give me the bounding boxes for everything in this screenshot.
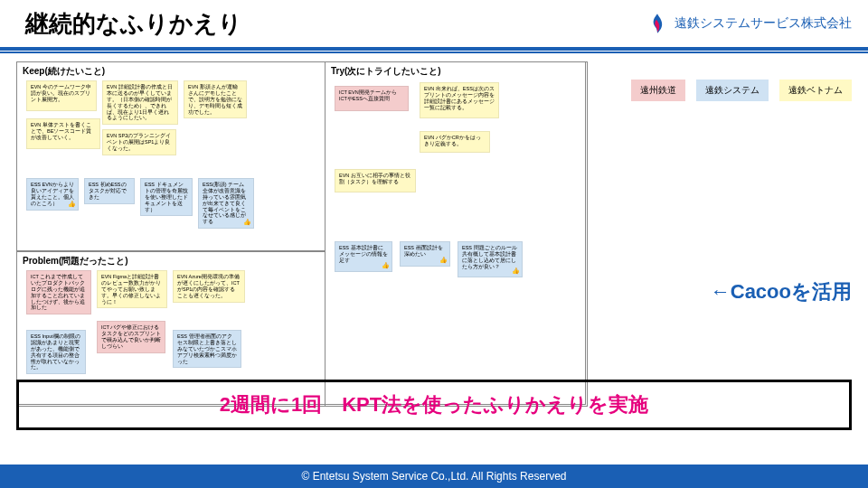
sticky-note: EVN お互いに相手の事情と役割（タスク）を理解する (335, 169, 416, 192)
flame-logo-icon (646, 12, 669, 35)
sticky-note: EVN 単体テストを書くことで、BEソースコード質が改善していく。 (26, 118, 100, 149)
legend-tags: 遠州鉄道遠鉄システム遠鉄ベトナム (631, 80, 852, 101)
page-title: 継続的なふりかえり (25, 8, 646, 40)
summary-text: 2週間に1回 KPT法を使ったふりかえりを実施 (28, 391, 840, 418)
section-try: Try(次にトライしたいこと) ICT EVN開発チームからICTやESSへ直接… (325, 61, 588, 407)
legend-tag: 遠鉄ベトナム (779, 80, 852, 101)
sticky-note: EVN 那須さんが運輸さんにデモしたことで、説明方を勉強になり、デモ時間も短く成… (184, 80, 247, 118)
sticky-note: EVN バグかCRかをはっきり定義する。 (420, 131, 490, 153)
legend-tag: 遠鉄システム (696, 80, 769, 101)
sticky-note: ESS ドキュメントの管理を奇麗技を使い整理したドキュメントを送す） (140, 178, 193, 216)
sticky-note: ICT EVN開発チームからICTやESSへ直接質問 (335, 86, 409, 111)
section-try-title: Try(次にトライしたいこと) (326, 62, 587, 80)
company-logo-block: 遠鉄システムサービス株式会社 (646, 12, 852, 35)
thumbs-up-icon: 👍 (439, 257, 448, 265)
sticky-note: ICT これまで作成していたプロダクトバックログに残った機能が追加すること忘れて… (26, 270, 91, 314)
sticky-note: EVN 今のチームワーク申請が良い。現在のスプリント展開方。 (26, 80, 97, 111)
main-area: Keep(続けたいこと) EVN 今のチームワーク申請が良い。現在のスプリント展… (16, 61, 852, 430)
sticky-note: ICT バグや修正におけるタスクをどのスプリントで積み込んで良いか判断しづらい (97, 321, 165, 353)
sticky-note: EVN 詳細設計書の作成と日本に送るのが早くしています。（日本側の確認時間が長く… (102, 80, 178, 125)
thumbs-up-icon: 👍 (382, 262, 390, 270)
sticky-note: EVN Azure開発環境の準備が遅くにしたがって、ICTがSP1の内容を確認す… (173, 270, 245, 303)
slide-footer: © Entetsu System Service Co.,Ltd. All Ri… (0, 465, 868, 488)
section-keep: Keep(続けたいこと) EVN 今のチームワーク申請が良い。現在のスプリント展… (16, 61, 326, 251)
sticky-note: ESS 管理者画面のアクセス制限と上書き落としみなていたづかこスマホアプリ検索素… (173, 330, 241, 368)
thumbs-up-icon: 👍 (68, 201, 76, 209)
kpt-board: Keep(続けたいこと) EVN 今のチームワーク申請が良い。現在のスプリント展… (16, 61, 586, 405)
sticky-note: EVN Figmaと詳細設計書のレビュー数数力がかりてやってお願い致します。早く… (97, 270, 167, 308)
summary-box: 2週間に1回 KPT法を使ったふりかえりを実施 (16, 380, 852, 430)
company-name: 遠鉄システムサービス株式会社 (675, 15, 852, 32)
section-keep-title: Keep(続けたいこと) (17, 62, 325, 80)
section-problem-title: Problem(問題だったこと) (17, 252, 325, 270)
sticky-note: ESS EVNからより良いアイディアを貰えたこと。個人のところ）👍 (26, 178, 79, 211)
sticky-note: ESS 問題ごとのルール共有概して基本設計書に落とし込めて居にしたら方が良い？👍 (458, 241, 523, 277)
legend-tag: 遠州鉄道 (631, 80, 685, 101)
cacoo-callout: ←Cacooを活用 (711, 278, 852, 305)
sticky-note: EVN 出来れば、ESSは次のスプリントのメッセージ内容を詳細設計書にあるメッセ… (420, 82, 499, 118)
slide-header: 継続的なふりかえり 遠鉄システムサービス株式会社 (0, 0, 868, 51)
sticky-note: ESS 基本設計書にメッセージの情報を足す👍 (335, 241, 392, 272)
sticky-note: ESS 初めESSのタスクが対応できた (84, 178, 135, 204)
thumbs-up-icon: 👍 (243, 219, 251, 227)
sticky-note: ESS Input欄の制限の認識があまりと現実があった、機能側で共有する項目の整… (26, 330, 86, 374)
thumbs-up-icon: 👍 (512, 267, 520, 276)
sticky-note: ESS 画面設計を深めたい👍 (400, 241, 450, 267)
sticky-note: EVN SP2のプランニングイベントの展開はSP1より良くなった。 (102, 129, 176, 155)
sticky-note: ESS(那須) チーム全体が改善意識を持っている雰囲気が出来てきて良くて毎イベン… (198, 178, 254, 229)
